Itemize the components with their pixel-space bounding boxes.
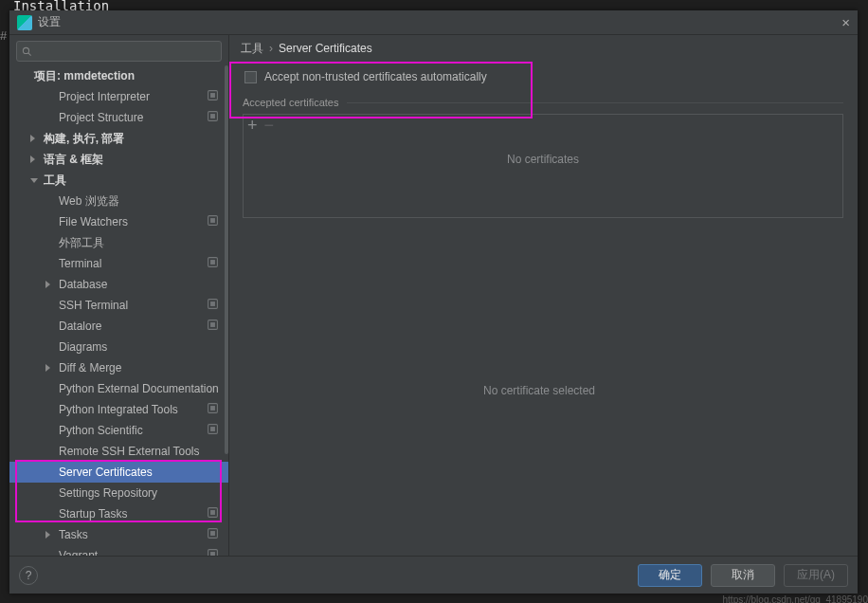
certificates-list: + − No certificates [243, 114, 843, 218]
chevron-right-icon[interactable] [30, 135, 55, 142]
tree-item[interactable]: Python Integrated Tools [9, 399, 228, 420]
tree-item[interactable]: Python Scientific [9, 420, 228, 441]
project-scope-icon [207, 548, 219, 556]
project-scope-icon [207, 256, 219, 271]
tree-item[interactable]: 外部工具 [9, 232, 228, 253]
tree-label: 构建, 执行, 部署 [44, 131, 124, 147]
section-header: Accepted certificates [243, 97, 843, 108]
tree-item[interactable]: Diff & Merge [9, 357, 228, 378]
svg-rect-7 [210, 218, 215, 223]
svg-point-0 [23, 47, 28, 53]
search-field[interactable] [32, 44, 216, 59]
tree-item[interactable]: SSH Terminal [9, 295, 228, 316]
remove-icon: − [264, 119, 275, 132]
tree-label: Project Structure [59, 111, 143, 124]
project-scope-icon [207, 214, 219, 229]
svg-rect-19 [210, 510, 215, 515]
divider [347, 102, 844, 103]
tree-item[interactable]: 构建, 执行, 部署 [9, 128, 228, 149]
tree-item[interactable]: File Watchers [9, 211, 228, 232]
tree-item[interactable]: Project Structure [9, 107, 228, 128]
chevron-down-icon[interactable] [30, 178, 38, 183]
breadcrumb: 工具 › Server Certificates [235, 35, 843, 62]
tree-label: Startup Tasks [59, 507, 127, 521]
tree-item[interactable]: Web 浏览器 [9, 191, 228, 211]
tree-item[interactable]: Server Certificates [9, 462, 228, 483]
cancel-button[interactable]: 取消 [711, 564, 775, 587]
chevron-right-icon[interactable] [45, 364, 70, 372]
tree-item[interactable]: Remote SSH External Tools [9, 441, 228, 462]
tree-label: 外部工具 [59, 235, 104, 251]
chevron-right-icon[interactable] [30, 155, 55, 163]
tree-item[interactable]: Diagrams [9, 337, 228, 357]
close-icon[interactable]: × [841, 14, 850, 30]
apply-button: 应用(A) [784, 564, 848, 587]
tree-item[interactable]: Startup Tasks [9, 503, 228, 524]
project-scope-icon [207, 527, 219, 542]
breadcrumb-current: Server Certificates [279, 42, 372, 55]
svg-rect-5 [210, 114, 215, 119]
svg-rect-11 [210, 302, 215, 306]
project-header[interactable]: 项目: mmdetection [9, 65, 228, 86]
watermark: https://blog.csdn.net/qq_41895190 [723, 594, 868, 603]
tree-label: Python External Documentation [59, 382, 219, 395]
chevron-right-icon: › [269, 42, 273, 55]
tree-label: 项目: mmdetection [34, 68, 135, 84]
svg-line-1 [28, 52, 31, 55]
tree-label: File Watchers [59, 215, 128, 228]
project-scope-icon [207, 110, 219, 125]
no-selection-label: No certificate selected [235, 384, 843, 397]
tree-label: Remote SSH External Tools [59, 445, 200, 458]
tree-label: 工具 [44, 173, 66, 189]
tree-item[interactable]: Project Interpreter [9, 86, 228, 107]
checkbox[interactable] [244, 71, 257, 83]
accept-nontrusted-row[interactable]: Accept non-trusted certificates automati… [235, 62, 843, 91]
help-button[interactable]: ? [19, 566, 38, 585]
svg-rect-13 [210, 322, 215, 327]
project-scope-icon [207, 298, 219, 313]
tree-item[interactable]: Tasks [9, 524, 228, 545]
project-scope-icon [207, 319, 219, 334]
ok-button[interactable]: 确定 [638, 564, 702, 587]
tree-item[interactable]: Python External Documentation [9, 378, 228, 399]
tree-label: Project Interpreter [59, 90, 150, 103]
project-scope-icon [207, 423, 219, 438]
footer: ? 确定 取消 应用(A) [9, 556, 858, 594]
tree-item[interactable]: Vagrant [9, 545, 228, 556]
project-scope-icon [207, 89, 219, 104]
tree-item[interactable]: Datalore [9, 316, 228, 337]
svg-rect-15 [210, 406, 215, 411]
search-icon [22, 46, 32, 57]
tree-label: Terminal [59, 257, 101, 270]
tree-item[interactable]: 工具 [9, 170, 228, 191]
add-icon[interactable]: + [247, 119, 258, 132]
tree-label: Vagrant [59, 549, 98, 556]
project-scope-icon [207, 506, 219, 521]
chevron-right-icon[interactable] [45, 281, 70, 288]
dialog-title: 设置 [38, 14, 61, 30]
sidebar: 项目: mmdetection Project InterpreterProje… [9, 35, 229, 556]
tree-item[interactable]: Terminal [9, 253, 228, 274]
tree-item[interactable]: Settings Repository [9, 483, 228, 503]
settings-tree: 项目: mmdetection Project InterpreterProje… [9, 65, 228, 556]
chevron-right-icon[interactable] [45, 531, 70, 539]
tree-item[interactable]: 语言 & 框架 [9, 149, 228, 170]
svg-rect-21 [210, 531, 215, 536]
content-panel: 工具 › Server Certificates Accept non-trus… [229, 35, 858, 556]
svg-rect-3 [210, 93, 215, 98]
empty-list-label: No certificates [244, 153, 842, 166]
project-scope-icon [207, 402, 219, 417]
search-input[interactable] [16, 41, 222, 62]
tree-label: Server Certificates [59, 466, 153, 479]
tree-label: Settings Repository [59, 486, 157, 500]
tree-label: Python Scientific [59, 424, 143, 437]
breadcrumb-root[interactable]: 工具 [241, 41, 263, 57]
background-decor: # [0, 28, 7, 43]
tree-item[interactable]: Database [9, 274, 228, 295]
panel-top: Accept non-trusted certificates automati… [235, 62, 843, 108]
scrollbar[interactable] [225, 65, 228, 454]
svg-rect-9 [210, 260, 215, 265]
titlebar: 设置 × [9, 10, 858, 35]
cert-toolbar: + − [244, 115, 842, 136]
tree-label: Diagrams [59, 340, 107, 354]
